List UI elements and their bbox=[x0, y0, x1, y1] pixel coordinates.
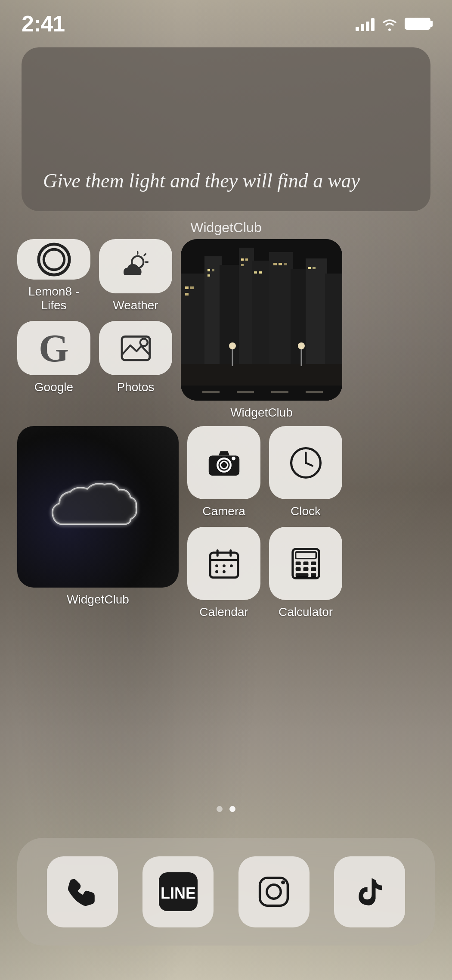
google-app-icon[interactable]: G bbox=[17, 321, 90, 375]
signal-bars-icon bbox=[356, 16, 375, 31]
bar2 bbox=[361, 24, 364, 31]
app-item-clock[interactable]: Clock bbox=[269, 426, 342, 518]
app-pair-1: Camera Clock bbox=[187, 426, 342, 518]
svg-point-36 bbox=[229, 342, 236, 349]
app-row-1: Lemon8 - Lifes bbox=[17, 239, 435, 420]
svg-point-75 bbox=[281, 880, 285, 884]
calendar-app-icon[interactable] bbox=[187, 527, 260, 600]
svg-point-59 bbox=[215, 570, 218, 573]
app-item-camera[interactable]: Camera bbox=[187, 426, 260, 518]
dock-app-line[interactable]: LINE bbox=[142, 856, 214, 927]
svg-rect-24 bbox=[241, 258, 244, 261]
svg-rect-21 bbox=[207, 269, 210, 271]
weather-app-icon[interactable] bbox=[99, 239, 172, 293]
photos-app-icon[interactable] bbox=[99, 321, 172, 375]
lemon8-label: Lemon8 - Lifes bbox=[17, 285, 90, 312]
svg-text:LINE: LINE bbox=[161, 884, 196, 902]
status-bar: 2:41 bbox=[0, 0, 452, 39]
camera-icon bbox=[206, 445, 242, 481]
lemon8-icon bbox=[36, 241, 72, 278]
svg-rect-28 bbox=[259, 271, 262, 274]
battery-icon bbox=[405, 18, 430, 30]
svg-rect-66 bbox=[295, 567, 300, 571]
widgetclub-label-neon: WidgetClub bbox=[67, 593, 129, 607]
pagination bbox=[0, 806, 452, 812]
svg-point-74 bbox=[267, 885, 281, 899]
tiktok-icon bbox=[350, 872, 389, 911]
svg-rect-29 bbox=[273, 263, 277, 265]
large-widget-city-container: WidgetClub bbox=[181, 239, 342, 420]
svg-rect-19 bbox=[190, 286, 194, 289]
svg-rect-27 bbox=[254, 271, 257, 274]
clock-icon bbox=[288, 445, 324, 481]
app-item-lemon8[interactable]: Lemon8 - Lifes bbox=[17, 239, 90, 312]
svg-rect-25 bbox=[245, 258, 248, 261]
svg-rect-20 bbox=[185, 293, 189, 296]
wifi-icon bbox=[381, 16, 398, 31]
clock-label: Clock bbox=[291, 504, 321, 518]
calculator-label: Calculator bbox=[279, 605, 333, 619]
quote-text: Give them light and they will find a way bbox=[43, 168, 360, 194]
app-item-photos[interactable]: Photos bbox=[99, 321, 172, 394]
clock-app-icon[interactable] bbox=[269, 426, 342, 499]
svg-rect-33 bbox=[313, 267, 316, 269]
svg-point-56 bbox=[215, 564, 218, 567]
svg-point-47 bbox=[232, 457, 235, 460]
svg-rect-26 bbox=[241, 264, 244, 266]
svg-rect-64 bbox=[303, 561, 308, 565]
weather-icon bbox=[118, 248, 154, 285]
calendar-label: Calendar bbox=[199, 605, 248, 619]
svg-rect-40 bbox=[202, 391, 220, 393]
svg-rect-65 bbox=[311, 561, 316, 565]
widgetclub-label-city: WidgetClub bbox=[230, 406, 293, 420]
svg-point-7 bbox=[140, 339, 147, 346]
small-apps-right: Camera Clock bbox=[187, 426, 342, 619]
calendar-icon bbox=[206, 545, 242, 582]
svg-rect-41 bbox=[237, 391, 254, 393]
dock-app-instagram[interactable] bbox=[238, 856, 310, 927]
dock-app-phone[interactable] bbox=[47, 856, 118, 927]
svg-rect-62 bbox=[295, 552, 316, 558]
svg-rect-43 bbox=[306, 391, 323, 393]
small-grid-1: Lemon8 - Lifes bbox=[17, 239, 172, 394]
lemon8-app-icon[interactable] bbox=[17, 239, 90, 280]
dock-app-tiktok[interactable] bbox=[334, 856, 405, 927]
app-item-calculator[interactable]: Calculator bbox=[269, 527, 342, 619]
widgetclub-label-quote: WidgetClub bbox=[0, 220, 452, 236]
instagram-icon bbox=[254, 872, 293, 911]
calculator-icon bbox=[288, 545, 324, 582]
svg-rect-68 bbox=[311, 567, 316, 571]
status-icons bbox=[356, 16, 430, 31]
app-item-weather[interactable]: Weather bbox=[99, 239, 172, 312]
svg-rect-18 bbox=[185, 286, 189, 289]
phone-icon bbox=[63, 872, 102, 911]
neon-cloud-icon bbox=[38, 464, 158, 550]
svg-rect-42 bbox=[271, 391, 288, 393]
photos-icon bbox=[118, 330, 154, 367]
calculator-app-icon[interactable] bbox=[269, 527, 342, 600]
quote-widget: Give them light and they will find a way bbox=[22, 47, 430, 211]
bar3 bbox=[366, 22, 369, 31]
app-item-google[interactable]: G Google bbox=[17, 321, 90, 394]
city-skyline bbox=[181, 239, 342, 401]
apps-section: Lemon8 - Lifes bbox=[17, 239, 435, 628]
app-row-2: WidgetClub Camera bbox=[17, 426, 435, 619]
dock: LINE bbox=[17, 838, 435, 946]
svg-point-38 bbox=[298, 342, 305, 349]
svg-rect-30 bbox=[279, 263, 282, 265]
app-item-calendar[interactable]: Calendar bbox=[187, 527, 260, 619]
svg-point-57 bbox=[223, 564, 226, 567]
city-widget bbox=[181, 239, 342, 401]
line-icon: LINE bbox=[159, 872, 198, 911]
svg-rect-70 bbox=[311, 573, 316, 577]
photos-label: Photos bbox=[117, 380, 154, 394]
svg-rect-31 bbox=[284, 263, 287, 265]
svg-rect-63 bbox=[295, 561, 300, 565]
svg-point-60 bbox=[223, 570, 226, 573]
svg-point-51 bbox=[304, 461, 306, 464]
neon-widget bbox=[17, 426, 179, 588]
google-label: Google bbox=[34, 380, 73, 394]
svg-rect-22 bbox=[212, 269, 214, 271]
svg-rect-32 bbox=[308, 267, 311, 269]
camera-app-icon[interactable] bbox=[187, 426, 260, 499]
